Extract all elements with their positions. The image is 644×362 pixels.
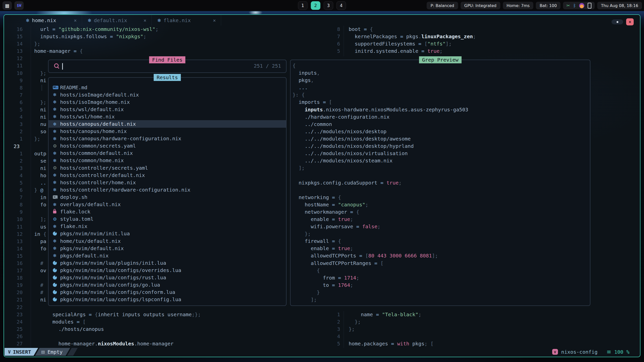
result-item[interactable]: ❄pkgs/nvim/default.nix [49,245,286,252]
results-list: README.md❄hosts/isoImage/default.nix❄hos… [49,84,286,303]
result-item[interactable]: pkgs/nvim/nvim/lua/configs/lspconfig.lua [49,296,286,303]
scroll-percent: 100 % [614,349,629,355]
close-icon[interactable]: × [144,18,146,23]
code-text: networking = { [293,194,341,200]
result-item[interactable]: ❄hosts/wsl/home.nix [49,113,286,120]
token: ni [34,297,46,303]
bluetooth-icon[interactable]: ᛒ [573,3,576,8]
result-item[interactable]: ❄hosts/wsl/default.nix [49,106,286,113]
result-item[interactable]: pkgs/nvim/nvim/lua/configs/overrides.lua [49,266,286,274]
statusline-left: V INSERT ▤ Empty [5,348,78,356]
app-launcher-button[interactable]: ▦ [3,1,12,10]
result-item[interactable]: ❄hosts/isoImage/default.nix [49,91,286,98]
nix-icon: ❄ [53,136,60,141]
code-text: }; [34,70,46,77]
result-item[interactable]: ❄hosts/controller/default.nix [49,171,286,179]
result-item[interactable]: ❄hosts/isoImage/home.nix [49,98,286,106]
code-line: 7 kernelPackages = pkgs.linuxPackages_ze… [4,33,640,40]
result-item[interactable]: ❄hosts/canopus/default.nix [49,120,286,127]
result-item[interactable]: ❄hosts/controller/home.nix [49,179,286,186]
window-close-button[interactable]: × [626,18,634,25]
token: wifi.powersave [293,223,356,230]
code-text: ho [34,172,46,179]
token: ; [350,282,353,288]
result-item[interactable]: ❄hosts/canopus/home.nix [49,128,286,135]
tab-flake.nix[interactable]: ❄flake.nix× [152,15,221,26]
phone-icon[interactable] [588,3,591,9]
workspace-button-3[interactable]: 3 [324,1,333,10]
file-indicator: ▤ Empty [35,348,70,356]
code-text: { [293,267,320,274]
line-number: 7 [9,92,23,99]
toggle-pill-button[interactable] [612,19,623,24]
line-number: 7 [9,194,23,201]
right-editor-pane-top[interactable]: 8boot = {7 kernelPackages = pkgs.linuxPa… [4,26,640,55]
result-item[interactable]: ⚙hosts/common/secrets.yaml [49,142,286,150]
lua-icon [53,260,60,266]
token: = [356,223,362,230]
tab-home.nix[interactable]: ❄home.nix× [20,15,82,26]
code-line: nixpkgs.config.cudaSupport = true; [293,179,588,187]
token: true [386,180,398,186]
code-text: ni [34,165,46,172]
workspace-button-2[interactable]: 2 [311,1,320,10]
result-item[interactable]: pkgs/nvim/nvim/lua/configs/conform.lua [49,289,286,296]
result-item[interactable]: pkgs/nvim/nvim/lua/configs/rust.lua [49,274,286,281]
code-line: inputs.nixos-hardware.nixosModules.asus-… [293,106,588,113]
code-text: ni [34,77,46,84]
result-item[interactable]: ❄hosts/canopus/hardware-configuration.ni… [49,135,286,142]
result-item[interactable]: ⚙stylua.toml [49,215,286,223]
token: , [317,70,320,76]
code-text: ni [34,296,46,303]
result-item[interactable]: ❄overlays/default.nix [49,201,286,208]
token: # [34,289,43,295]
token: }; [349,326,355,332]
close-icon[interactable]: × [74,18,77,23]
code-text: in { [34,231,46,238]
result-item[interactable]: ❄flake.nix [49,223,286,230]
line-number: 15 [9,252,23,260]
markdown-icon [53,85,60,90]
result-item[interactable]: ❄hosts/common/default.nix [49,150,286,157]
result-item[interactable]: ⚙hosts/controller/secrets.yaml [49,164,286,171]
result-item[interactable]: ❄pkgs/default.nix [49,252,286,259]
line-number: 7 [326,33,340,40]
line-number: 3 [9,121,23,128]
token: with [397,341,412,347]
result-item[interactable]: deploy.sh [49,193,286,201]
result-item[interactable]: ❄home/tux/default.nix [49,237,286,245]
code-line: 3}; [4,326,640,333]
code-line: ../../modules/nixos/desktop/hyprland [293,143,588,150]
line-number: 5 [9,106,23,113]
result-label: pkgs/nvim/nvim/lua/configs/lspconfig.lua [60,296,181,302]
close-icon[interactable]: × [213,18,216,23]
code-line: 2 }; [4,318,640,326]
workspace-button-4[interactable]: 4 [337,1,346,10]
code-text: initrd.systemd.enable = true; [349,48,442,55]
code-text: inputs.nixos-hardware.nixosModules.asus-… [293,107,468,113]
result-item[interactable]: ❄hosts/controller/hardware-configuration… [49,186,286,193]
token: networkmanager [293,209,350,215]
result-item[interactable]: flake.lock [49,208,286,215]
flame-icon[interactable] [579,3,584,8]
workspace-button-1[interactable]: 1 [298,1,308,10]
token: = [332,202,338,208]
logo-button[interactable]: $W [14,1,24,10]
result-item[interactable]: pkgs/nvim/nvim/lua/plugins/init.lua [49,259,286,266]
tab-default.nix[interactable]: ❄default.nix× [82,15,152,26]
lua-icon [53,297,60,302]
code-text: nixpkgs.config.cudaSupport = true; [293,180,402,186]
statusline: V INSERT ▤ Empty v nixos-config ≡ 100 % [5,348,639,356]
result-item[interactable]: pkgs/nvim/nvim/lua/configs/go.lua [49,281,286,289]
token: ; [350,216,353,222]
result-item[interactable]: README.md [49,84,286,91]
result-item[interactable]: pkgs/nvim/nvim/init.lua [49,230,286,237]
token: # [34,282,43,288]
scissors-icon[interactable]: ✂ [566,3,570,8]
result-item[interactable]: ❄hosts/common/home.nix [49,157,286,164]
token: hostName [293,202,332,208]
find-files-prompt[interactable]: Find Files 251 / 251 [48,60,287,73]
code-line: ./hardware-configuration.nix [293,113,588,121]
line-number: 22 [9,304,23,311]
right-editor-pane-bottom[interactable]: 1 name = "Tela-black";2 };3};45home.pack… [4,311,640,347]
